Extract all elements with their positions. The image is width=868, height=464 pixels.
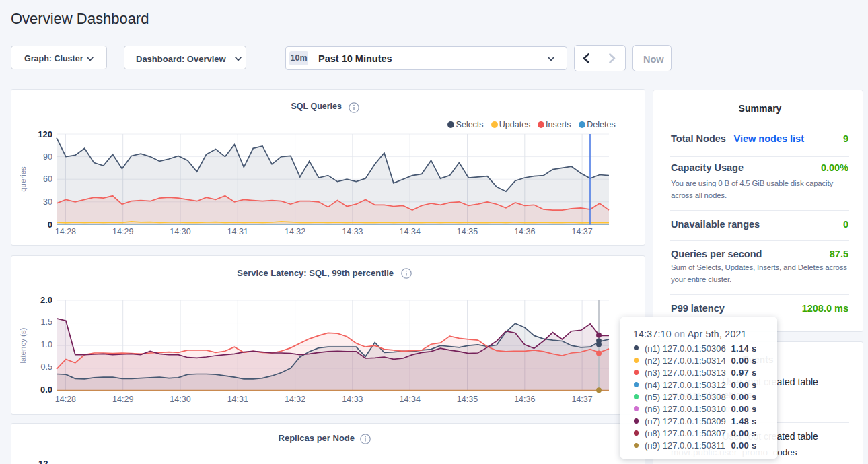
svg-text:14:31: 14:31 bbox=[227, 227, 248, 236]
svg-text:14:36: 14:36 bbox=[514, 227, 535, 236]
svg-text:14:37: 14:37 bbox=[571, 227, 592, 236]
svg-text:0.0: 0.0 bbox=[40, 385, 52, 395]
svg-text:120: 120 bbox=[38, 129, 52, 139]
svg-text:14:36: 14:36 bbox=[514, 395, 535, 404]
svg-text:14:35: 14:35 bbox=[457, 227, 478, 236]
svg-text:30: 30 bbox=[43, 197, 52, 207]
svg-text:14:34: 14:34 bbox=[400, 227, 421, 236]
svg-text:14:32: 14:32 bbox=[285, 227, 305, 236]
svg-text:14:33: 14:33 bbox=[342, 227, 363, 236]
svg-text:14:32: 14:32 bbox=[285, 395, 305, 404]
svg-text:14:34: 14:34 bbox=[400, 395, 421, 404]
svg-text:14:33: 14:33 bbox=[342, 395, 363, 404]
svg-text:90: 90 bbox=[43, 152, 52, 162]
svg-text:60: 60 bbox=[43, 174, 52, 184]
svg-text:0: 0 bbox=[48, 220, 52, 230]
svg-text:14:29: 14:29 bbox=[112, 395, 133, 404]
svg-text:12: 12 bbox=[38, 459, 48, 464]
svg-text:14:28: 14:28 bbox=[55, 227, 76, 236]
svg-text:queries: queries bbox=[19, 166, 27, 192]
svg-text:2.0: 2.0 bbox=[40, 295, 52, 305]
svg-text:14:30: 14:30 bbox=[170, 395, 190, 404]
svg-text:14:35: 14:35 bbox=[457, 395, 478, 404]
svg-text:14:29: 14:29 bbox=[112, 227, 133, 236]
svg-text:1.0: 1.0 bbox=[41, 340, 52, 350]
svg-text:14:31: 14:31 bbox=[227, 395, 248, 404]
svg-text:14:30: 14:30 bbox=[170, 227, 190, 236]
svg-text:1.5: 1.5 bbox=[41, 317, 52, 327]
svg-text:14:28: 14:28 bbox=[55, 395, 76, 404]
svg-text:latency (s): latency (s) bbox=[19, 327, 27, 363]
svg-text:14:37: 14:37 bbox=[571, 395, 592, 404]
svg-text:0.5: 0.5 bbox=[41, 362, 52, 372]
